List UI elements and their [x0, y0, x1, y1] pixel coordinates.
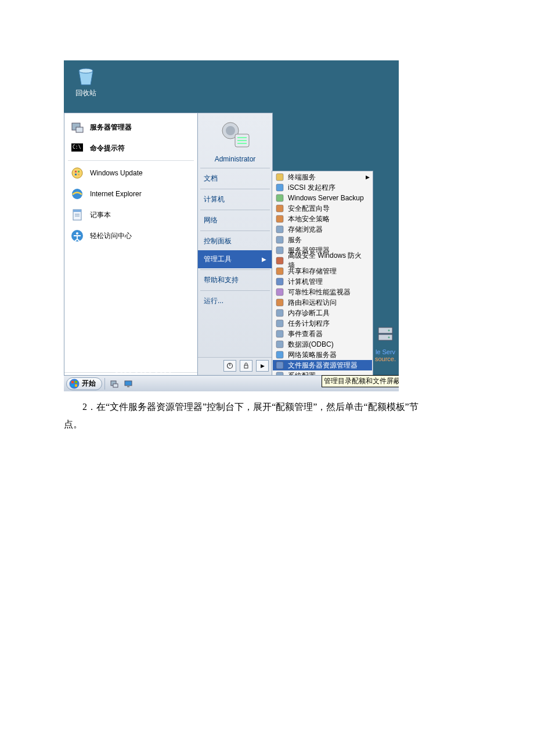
svg-point-0 [79, 69, 93, 73]
recent-label: Internet Explorer [90, 190, 142, 198]
submenu-item[interactable]: 任务计划程序 [273, 318, 372, 329]
user-name: Administrator [198, 155, 272, 167]
tool-icon [275, 308, 284, 318]
submenu-item[interactable]: 安全配置向导 [273, 203, 372, 214]
right-item-label: 帮助和支持 [204, 275, 239, 285]
svg-rect-49 [378, 327, 392, 333]
submenu-item[interactable]: 内存诊断工具 [273, 308, 372, 318]
svg-rect-2 [76, 127, 83, 132]
windows-update-icon [70, 166, 84, 180]
admin-tools-submenu: 终端服务▶iSCSI 发起程序Windows Server Backup安全配置… [272, 171, 373, 391]
tooltip: 管理目录配额和文件屏蔽 [322, 375, 399, 387]
right-documents[interactable]: 文档 [198, 170, 272, 188]
submenu-label: 事件查看器 [288, 329, 323, 339]
tool-icon [275, 246, 284, 255]
svg-rect-56 [71, 384, 74, 387]
right-help[interactable]: 帮助和支持 [198, 271, 272, 289]
svg-point-51 [388, 330, 390, 332]
start-button[interactable]: 开始 [66, 377, 102, 390]
right-computer[interactable]: 计算机 [198, 190, 272, 208]
recent-ie[interactable]: Internet Explorer [64, 183, 197, 204]
recent-notepad[interactable]: 记事本 [64, 204, 197, 225]
submenu-item[interactable]: 共享和存储管理 [273, 266, 372, 276]
svg-rect-38 [276, 278, 283, 285]
submenu-item[interactable]: 计算机管理 [273, 276, 372, 287]
right-admin-tools[interactable]: 管理工具▶ [198, 250, 272, 268]
submenu-item[interactable]: 本地安全策略 [273, 214, 372, 224]
tool-icon [275, 204, 284, 213]
submenu-item[interactable]: 事件查看器 [273, 329, 372, 339]
submenu-label: 内存诊断工具 [288, 308, 330, 318]
caption-text: 2．在“文件服务器资源管理器”控制台下，展开“配额管理”，然后单击“配额模板”节… [64, 398, 424, 434]
submenu-label: 安全配置向导 [288, 204, 330, 214]
svg-rect-28 [276, 174, 283, 181]
right-network[interactable]: 网络 [198, 211, 272, 229]
notepad-icon [70, 208, 84, 222]
submenu-item[interactable]: 可靠性和性能监视器 [273, 287, 372, 297]
pinned-server-manager[interactable]: 服务器管理器 [64, 117, 197, 138]
shutdown-menu[interactable]: ▶ [256, 360, 269, 372]
quick-launch-server-manager[interactable] [108, 378, 121, 390]
recent-windows-update[interactable]: Windows Update [64, 163, 197, 183]
start-label: 开始 [82, 379, 96, 388]
submenu-item[interactable]: 文件服务器资源管理器 [273, 360, 372, 370]
svg-rect-12 [73, 210, 81, 212]
pinned-label: 服务器管理器 [90, 123, 132, 132]
svg-point-16 [76, 232, 78, 235]
ease-access-icon [70, 229, 84, 243]
svg-rect-30 [276, 195, 283, 201]
submenu-item[interactable]: 终端服务▶ [273, 172, 372, 182]
submenu-label: 共享和存储管理 [288, 267, 337, 276]
submenu-item[interactable]: 网络策略服务器 [273, 350, 372, 360]
tool-icon [275, 277, 284, 286]
submenu-item[interactable]: 高级安全 Windows 防火墙 [273, 255, 372, 266]
submenu-label: 服务 [288, 235, 302, 245]
svg-rect-60 [125, 381, 132, 386]
svg-rect-50 [378, 334, 392, 340]
recent-label: 轻松访问中心 [90, 231, 132, 241]
server-icon [374, 324, 397, 347]
lock-button[interactable] [240, 360, 252, 372]
tool-icon [275, 225, 284, 234]
svg-rect-7 [78, 171, 80, 172]
monitor-icon [124, 379, 133, 388]
submenu-label: 终端服务 [288, 172, 316, 182]
submenu-item[interactable]: 路由和远程访问 [273, 297, 372, 308]
recycle-bin-label: 回收站 [68, 88, 103, 98]
svg-rect-54 [71, 381, 74, 383]
svg-rect-61 [127, 386, 129, 387]
taskbar-separator [104, 378, 105, 390]
svg-rect-45 [276, 351, 283, 358]
submenu-label: 任务计划程序 [288, 319, 330, 329]
svg-rect-46 [276, 362, 283, 369]
separator [68, 160, 194, 161]
start-menu-right: Administrator 文档 计算机 网络 控制面板 管理工具▶ 帮助和支持… [197, 113, 273, 377]
submenu-item[interactable]: iSCSI 发起程序 [273, 182, 372, 193]
svg-rect-31 [276, 205, 283, 212]
chevron-right-icon: ▶ [262, 256, 266, 262]
quick-launch-show-desktop[interactable] [122, 378, 135, 390]
submenu-item[interactable]: 存储浏览器 [273, 224, 372, 235]
submenu-label: 计算机管理 [288, 277, 323, 287]
recent-ease-of-access[interactable]: 轻松访问中心 [64, 225, 197, 246]
chevron-right-icon: ▶ [366, 174, 370, 180]
svg-rect-36 [276, 257, 283, 264]
server-manager-icon [110, 379, 119, 388]
submenu-item[interactable]: 服务 [273, 235, 372, 245]
submenu-item[interactable]: 数据源(ODBC) [273, 339, 372, 350]
svg-rect-59 [113, 384, 118, 387]
right-run[interactable]: 运行... [198, 292, 272, 310]
power-button[interactable] [223, 360, 236, 372]
recycle-bin[interactable]: 回收站 [68, 64, 103, 98]
submenu-label: 存储浏览器 [288, 225, 323, 235]
recycle-bin-icon [74, 64, 98, 87]
tool-icon [275, 287, 284, 297]
right-item-label: 计算机 [204, 195, 225, 204]
pinned-command-prompt[interactable]: C:\ 命令提示符 [64, 138, 197, 159]
submenu-item[interactable]: Windows Server Backup [273, 193, 372, 203]
svg-rect-35 [276, 247, 283, 254]
power-icon [226, 362, 233, 369]
svg-rect-43 [276, 330, 283, 337]
right-control-panel[interactable]: 控制面板 [198, 232, 272, 250]
tool-icon [275, 172, 284, 182]
